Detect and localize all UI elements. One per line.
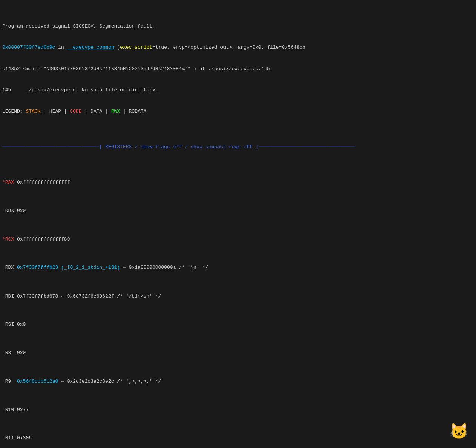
reg-r9: R9 0x5648ccb512a0 ← 0x2c3e2c3e2c3e2c /* … — [2, 378, 474, 385]
legend-line: LEGEND: STACK | HEAP | CODE | DATA | RWX… — [2, 108, 474, 115]
terminal-container: Program received signal SIGSEGV, Segment… — [0, 0, 476, 448]
reg-rbx: RBX 0x0 — [2, 207, 474, 215]
reg-r11: R11 0x306 — [2, 435, 474, 442]
cat-mascot: 🐱 — [450, 422, 472, 444]
addr-line2: c14852 <main> "\363\017\036\372UH\211\34… — [2, 66, 474, 73]
reg-rax: *RAX 0xffffffffffffffff — [2, 179, 474, 186]
reg-r10: R10 0x77 — [2, 407, 474, 414]
reg-rcx: *RCX 0xffffffffffffff80 — [2, 236, 474, 243]
file-line: 145 ./posix/execvpe.c: No such file or d… — [2, 87, 474, 94]
reg-rsi: RSI 0x0 — [2, 321, 474, 328]
reg-rdi: RDI 0x7f30f7fbd678 ← 0x68732f6e69622f /*… — [2, 293, 474, 300]
addr-line: 0x00007f30f7ed0c9c in __execvpe_common (… — [2, 44, 474, 51]
reg-rdx: RDX 0x7f30f7fffb23 (_IO_2_1_stdin_+131) … — [2, 264, 474, 272]
registers-divider: ─────────────────────────────────[ REGIS… — [2, 144, 474, 151]
signal-line: Program received signal SIGSEGV, Segment… — [2, 23, 474, 30]
reg-r8: R8 0x0 — [2, 350, 474, 357]
